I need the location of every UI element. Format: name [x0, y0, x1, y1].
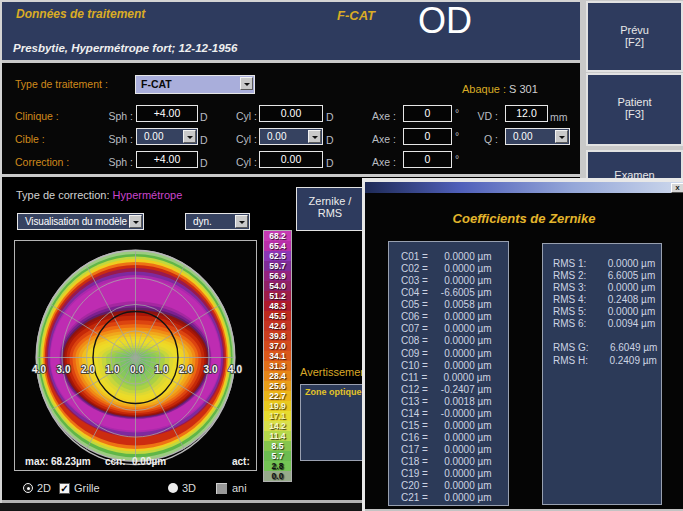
- svg-text:3.0: 3.0: [57, 364, 71, 375]
- svg-text:1.0: 1.0: [106, 364, 120, 375]
- svg-text:2.0: 2.0: [81, 364, 95, 375]
- svg-text:3.0: 3.0: [204, 364, 218, 375]
- svg-text:4.0: 4.0: [228, 364, 242, 375]
- svg-text:4.0: 4.0: [32, 364, 46, 375]
- svg-text:2.0: 2.0: [179, 364, 193, 375]
- svg-text:1.0: 1.0: [155, 364, 169, 375]
- svg-text:0.0: 0.0: [130, 364, 144, 375]
